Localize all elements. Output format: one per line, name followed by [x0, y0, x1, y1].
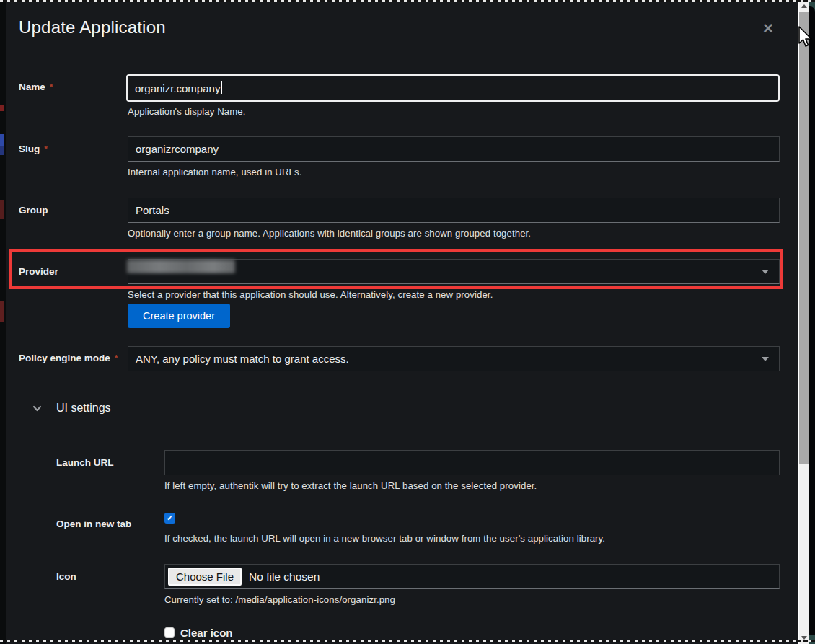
policy-engine-mode-select[interactable]: ANY, any policy must match to grant acce…: [128, 346, 780, 371]
capture-border-bottom: [0, 640, 815, 642]
capture-border-top: [0, 0, 815, 2]
policy-engine-mode-label: Policy engine mode*: [19, 353, 118, 363]
icon-label: Icon: [56, 571, 76, 582]
create-provider-button[interactable]: Create provider: [128, 304, 230, 328]
launch-url-input[interactable]: [164, 450, 780, 475]
vertical-scrollbar[interactable]: [798, 0, 809, 644]
screenshot-root: Update Application ✕ Name* organizr.comp…: [0, 0, 815, 644]
open-in-new-tab-help: If checked, the launch URL will open in …: [164, 533, 605, 544]
name-help: Application's display Name.: [128, 106, 246, 117]
chevron-down-icon[interactable]: [32, 404, 40, 412]
clear-icon-checkbox[interactable]: [164, 627, 175, 638]
required-asterisk: *: [44, 144, 48, 154]
update-application-modal: Update Application ✕ Name* organizr.comp…: [6, 0, 798, 644]
modal-title: Update Application: [19, 17, 166, 38]
choose-file-button[interactable]: Choose File: [168, 568, 242, 586]
open-in-new-tab-checkbox[interactable]: ✓: [164, 513, 175, 524]
icon-help: Currently set to: /media/application-ico…: [164, 594, 395, 605]
provider-help: Select a provider that this application …: [128, 289, 493, 300]
annotation-highlight-box: [9, 249, 783, 289]
open-in-new-tab-label: Open in new tab: [56, 519, 131, 529]
launch-url-help: If left empty, authentik will try to ext…: [164, 480, 537, 491]
background-fragment: [0, 134, 4, 146]
icon-file-input[interactable]: Choose File No file chosen: [164, 564, 780, 589]
background-fragment: [0, 301, 4, 322]
name-label: Name*: [19, 81, 53, 92]
group-help: Optionally enter a group name. Applicati…: [128, 228, 531, 239]
chevron-down-icon: [762, 357, 769, 361]
scroll-down-button[interactable]: [799, 632, 809, 644]
checkmark-icon: ✓: [167, 513, 173, 523]
group-input[interactable]: Portals: [128, 198, 780, 223]
background-fragment: [0, 200, 4, 219]
required-asterisk: *: [50, 82, 53, 92]
triangle-up-icon: [801, 4, 807, 8]
window-edge-corner: [809, 6, 815, 635]
scrollbar-thumb[interactable]: [799, 12, 809, 464]
mouse-cursor: [798, 26, 814, 52]
close-icon[interactable]: ✕: [762, 20, 774, 37]
launch-url-label: Launch URL: [56, 457, 114, 468]
slug-label: Slug*: [19, 144, 48, 154]
name-input[interactable]: organizr.company: [126, 74, 780, 102]
background-page-sliver: [0, 0, 6, 644]
provider-value-redacted: [127, 260, 235, 273]
background-fragment: [0, 105, 4, 111]
ui-settings-section-title[interactable]: UI settings: [56, 402, 111, 415]
file-chosen-status: No file chosen: [249, 570, 320, 583]
text-cursor: [221, 81, 222, 94]
slug-help: Internal application name, used in URLs.: [128, 167, 302, 177]
clear-icon-label: Clear icon: [180, 627, 233, 639]
slug-input[interactable]: organizrcompany: [128, 136, 780, 162]
required-asterisk: *: [115, 353, 118, 363]
background-fragment: [0, 146, 4, 155]
group-label: Group: [19, 205, 48, 216]
